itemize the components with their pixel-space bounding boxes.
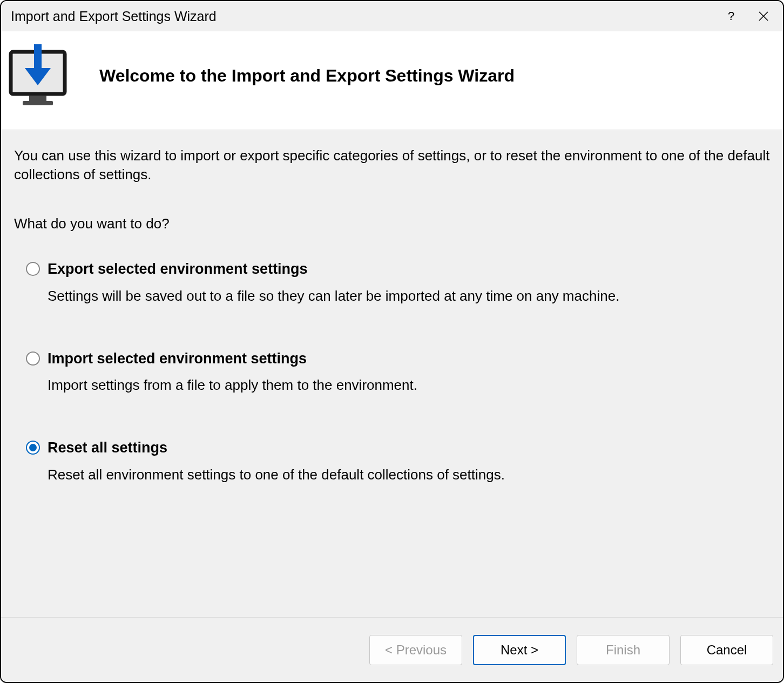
svg-rect-3 (29, 96, 46, 101)
option-text: Reset all settings Reset all environment… (48, 438, 770, 484)
prompt-text: What do you want to do? (14, 214, 770, 233)
option-title: Export selected environment settings (48, 259, 770, 279)
close-icon (759, 11, 768, 21)
close-button[interactable] (747, 4, 780, 28)
intro-text: You can use this wizard to import or exp… (14, 146, 770, 184)
titlebar: Import and Export Settings Wizard ? (1, 1, 783, 31)
svg-rect-4 (23, 101, 53, 105)
option-desc: Import settings from a file to apply the… (48, 376, 770, 395)
option-reset[interactable]: Reset all settings Reset all environment… (26, 438, 770, 484)
option-title: Import selected environment settings (48, 349, 770, 368)
option-text: Export selected environment settings Set… (48, 259, 770, 306)
body-panel: You can use this wizard to import or exp… (1, 130, 783, 617)
option-import[interactable]: Import selected environment settings Imp… (26, 349, 770, 395)
finish-button[interactable]: Finish (577, 635, 670, 665)
import-export-icon (8, 43, 72, 108)
radio-reset[interactable] (26, 441, 40, 455)
radio-export[interactable] (26, 262, 40, 276)
option-export[interactable]: Export selected environment settings Set… (26, 259, 770, 306)
page-title: Welcome to the Import and Export Setting… (99, 66, 515, 86)
option-title: Reset all settings (48, 438, 770, 457)
next-button[interactable]: Next > (473, 635, 566, 665)
option-text: Import selected environment settings Imp… (48, 349, 770, 395)
help-button[interactable]: ? (715, 4, 747, 28)
header-panel: Welcome to the Import and Export Setting… (1, 31, 783, 130)
footer-panel: < Previous Next > Finish Cancel (1, 617, 783, 682)
radio-import[interactable] (26, 351, 40, 366)
option-desc: Reset all environment settings to one of… (48, 465, 770, 484)
window-title: Import and Export Settings Wizard (11, 9, 715, 24)
help-icon: ? (728, 9, 734, 23)
option-desc: Settings will be saved out to a file so … (48, 287, 770, 306)
cancel-button[interactable]: Cancel (680, 635, 773, 665)
wizard-window: Import and Export Settings Wizard ? Welc… (0, 0, 784, 683)
previous-button[interactable]: < Previous (369, 635, 462, 665)
options-group: Export selected environment settings Set… (14, 259, 770, 484)
